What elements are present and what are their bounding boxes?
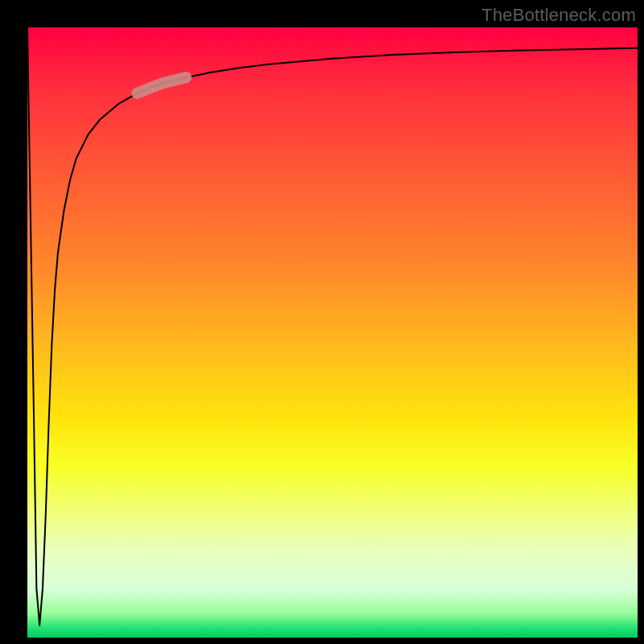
chart-stage: TheBottleneck.com [0,0,644,644]
highlight-segment [137,77,186,93]
curve-layer [27,27,638,638]
watermark-text: TheBottleneck.com [481,5,636,26]
bottleneck-curve [27,27,638,625]
